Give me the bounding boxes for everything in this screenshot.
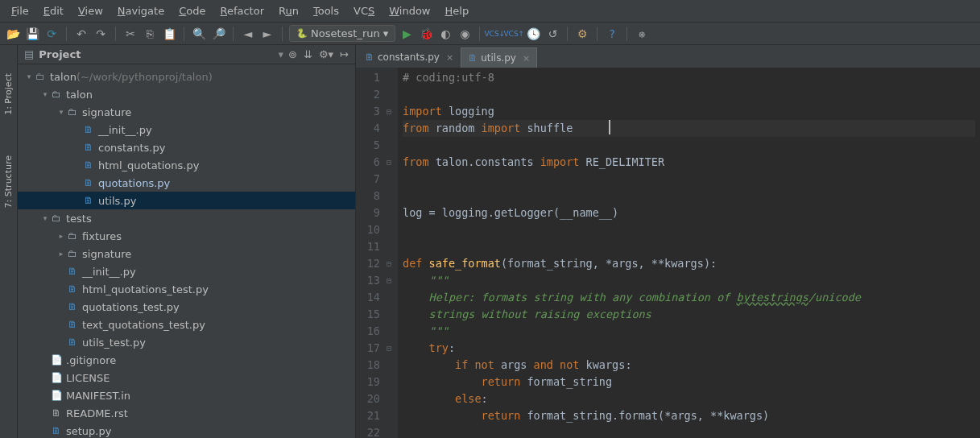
run-config-selector[interactable]: 🐍 Nosetest_run ▾: [289, 25, 395, 42]
code-line[interactable]: def safe_format(format_string, *args, **…: [403, 255, 975, 272]
tree-item-utils-test-py[interactable]: 🗎utils_test.py: [18, 333, 355, 351]
code-line[interactable]: [403, 238, 975, 255]
locate-icon[interactable]: ⊚: [288, 48, 297, 60]
gear-icon[interactable]: ⚙▾: [319, 48, 333, 60]
tree-item-text-quotations-test-py[interactable]: 🗎text_quotations_test.py: [18, 316, 355, 333]
code-line[interactable]: if not args and not kwargs:: [403, 357, 975, 374]
code-line[interactable]: [403, 137, 975, 154]
replace-icon[interactable]: 🔎: [210, 26, 226, 42]
project-view-dropdown-icon[interactable]: ▾: [279, 48, 284, 60]
code-line[interactable]: import logging: [403, 103, 975, 120]
menu-help[interactable]: Help: [439, 2, 476, 19]
code-line[interactable]: else:: [403, 390, 975, 407]
copy-icon[interactable]: ⎘: [142, 26, 158, 42]
code-line[interactable]: return format_string: [403, 374, 975, 390]
collapse-all-icon[interactable]: ⇊: [304, 48, 312, 60]
code-line[interactable]: # coding:utf-8: [403, 69, 975, 86]
menu-run[interactable]: Run: [272, 2, 305, 19]
fold-marker[interactable]: ⊟: [387, 255, 398, 272]
fold-marker[interactable]: ⊟: [387, 103, 398, 120]
menu-edit[interactable]: Edit: [37, 2, 70, 19]
tree-item-gitignore[interactable]: 📄.gitignore: [18, 351, 355, 369]
tree-arrow-icon[interactable]: ▸: [56, 232, 66, 240]
menu-file[interactable]: File: [5, 2, 35, 19]
menu-view[interactable]: View: [72, 2, 110, 19]
vcs-update-icon[interactable]: VCS↓: [486, 26, 502, 42]
cut-icon[interactable]: ✂: [122, 26, 139, 42]
open-icon[interactable]: 📂: [5, 26, 21, 42]
forward-icon[interactable]: ►: [259, 26, 275, 42]
hide-panel-icon[interactable]: ↦: [340, 48, 349, 60]
menu-refactor[interactable]: Refactor: [213, 2, 271, 19]
code-line[interactable]: try:: [403, 340, 975, 357]
structure-tool-tab[interactable]: 7: Structure: [2, 151, 15, 212]
tree-item-quotations-test-py[interactable]: 🗎quotations_test.py: [18, 298, 355, 316]
editor-tab-utils-py[interactable]: 🗎utils.py×: [461, 48, 537, 68]
tree-arrow-icon[interactable]: ▾: [40, 90, 50, 98]
redo-icon[interactable]: ↷: [93, 26, 109, 42]
run-icon[interactable]: ▶: [399, 26, 415, 42]
close-tab-icon[interactable]: ×: [446, 52, 453, 63]
coverage-icon[interactable]: ◐: [437, 26, 453, 42]
tree-item-signature-tests-folder[interactable]: ▸🗀signature: [18, 245, 355, 262]
project-tool-tab[interactable]: 1: Project: [2, 69, 15, 119]
code-line[interactable]: [403, 188, 975, 205]
code-line[interactable]: strings without raising exceptions: [403, 306, 975, 323]
menu-code[interactable]: Code: [172, 2, 212, 19]
paste-icon[interactable]: 📋: [161, 26, 177, 42]
tree-arrow-icon[interactable]: ▾: [24, 72, 34, 81]
tree-item-html-quotations-py[interactable]: 🗎html_quotations.py: [18, 156, 355, 174]
code-line[interactable]: [403, 171, 975, 188]
close-tab-icon[interactable]: ×: [523, 53, 530, 64]
undo-icon[interactable]: ↶: [73, 26, 89, 42]
find-icon[interactable]: 🔍: [191, 26, 207, 42]
tree-item-setup-py[interactable]: 🗎setup.py: [18, 422, 355, 438]
tree-item-utils-py[interactable]: 🗎utils.py: [18, 192, 355, 209]
menu-vcs[interactable]: VCS: [347, 2, 381, 19]
fold-marker[interactable]: ⊟: [387, 340, 398, 357]
code-line[interactable]: Helper: formats string with any combinat…: [403, 289, 975, 306]
save-icon[interactable]: 💾: [24, 26, 40, 42]
help-icon[interactable]: ?: [604, 26, 620, 42]
menu-window[interactable]: Window: [382, 2, 436, 19]
profile-icon[interactable]: ◉: [457, 26, 473, 42]
tree-item-tests-init-py[interactable]: 🗎__init__.py: [18, 262, 355, 280]
tree-item-constants-py[interactable]: 🗎constants.py: [18, 138, 355, 156]
tree-item-fixtures-folder[interactable]: ▸🗀fixtures: [18, 227, 355, 245]
tree-item-quotations-py[interactable]: 🗎quotations.py: [18, 174, 355, 192]
menu-navigate[interactable]: Navigate: [111, 2, 171, 19]
code-line[interactable]: from random import shuffle: [403, 120, 975, 137]
tree-arrow-icon[interactable]: ▸: [56, 250, 66, 258]
code-line[interactable]: from talon.constants import RE_DELIMITER: [403, 154, 975, 171]
code-line[interactable]: """: [403, 323, 975, 340]
code-line[interactable]: [403, 86, 975, 103]
sync-icon[interactable]: ⟳: [43, 26, 60, 42]
settings-icon[interactable]: ⚙: [574, 26, 590, 42]
tree-item-readme-rst[interactable]: 🗎README.rst: [18, 404, 355, 422]
tree-item-html-quotations-test-py[interactable]: 🗎html_quotations_test.py: [18, 280, 355, 298]
editor-tab-constants-py[interactable]: 🗎constants.py×: [358, 47, 461, 68]
tree-arrow-icon[interactable]: ▾: [56, 108, 66, 116]
fold-marker[interactable]: ⊟: [387, 272, 398, 289]
code-line[interactable]: log = logging.getLogger(__name__): [403, 205, 975, 221]
tree-item-tests-pkg[interactable]: ▾🗀tests: [18, 209, 355, 227]
code-line[interactable]: [403, 424, 975, 438]
code-line[interactable]: [403, 221, 975, 238]
tree-arrow-icon[interactable]: ▾: [40, 214, 50, 222]
debug-icon[interactable]: 🐞: [418, 26, 434, 42]
project-tree[interactable]: ▾🗀talon (~/work/pythonproj/talon)▾🗀talon…: [18, 64, 355, 438]
tree-item-manifest-in[interactable]: 📄MANIFEST.in: [18, 386, 355, 404]
tree-item-init-py[interactable]: 🗎__init__.py: [18, 121, 355, 138]
fold-marker[interactable]: ⊟: [387, 154, 398, 171]
vcs-revert-icon[interactable]: ↺: [544, 26, 560, 42]
back-icon[interactable]: ◄: [240, 26, 256, 42]
tree-item-talon[interactable]: ▾🗀talon (~/work/pythonproj/talon): [18, 68, 355, 85]
code-line[interactable]: return format_string.format(*args, **kwa…: [403, 407, 975, 424]
code-line[interactable]: """: [403, 272, 975, 289]
tree-item-signature-pkg[interactable]: ▾🗀signature: [18, 103, 355, 121]
vcs-commit-icon[interactable]: VCS↑: [506, 26, 522, 42]
vcs-history-icon[interactable]: 🕓: [525, 26, 541, 42]
tree-item-license[interactable]: 📄LICENSE: [18, 369, 355, 386]
code-area[interactable]: # coding:utf-8import loggingfrom random …: [398, 68, 980, 438]
menu-tools[interactable]: Tools: [307, 2, 345, 19]
